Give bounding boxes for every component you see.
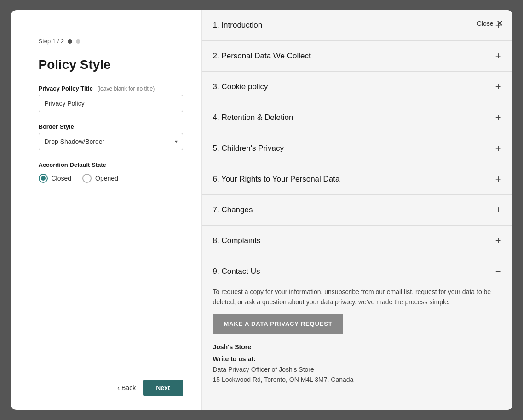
accordion-plus-7: +	[495, 205, 501, 215]
contact-line-2: 15 Lockwood Rd, Toronto, ON M4L 3M7, Can…	[213, 376, 354, 383]
accordion-header-2[interactable]: 2. Personal Data We Collect +	[202, 41, 512, 71]
accordion-title-9: 9. Contact Us	[213, 267, 260, 276]
accordion-item-5: 5. Children's Privacy +	[202, 133, 512, 164]
accordion-content-9: To request a copy for your information, …	[202, 287, 512, 396]
accordion-title-4: 4. Retention & Deletion	[213, 113, 293, 122]
back-chevron-icon: ‹	[117, 384, 120, 392]
accordion-plus-8: +	[495, 236, 501, 246]
radio-opened-label: Opened	[95, 175, 118, 182]
contact-store-name: Josh's Store	[213, 342, 501, 352]
accordion-item-9: 9. Contact Us − To request a copy for yo…	[202, 256, 512, 396]
radio-closed-circle	[39, 174, 48, 183]
accordion-item-8: 8. Complaints +	[202, 226, 512, 256]
accordion-minus-9: −	[495, 267, 501, 277]
accordion-title-2: 2. Personal Data We Collect	[213, 51, 311, 61]
radio-closed-inner	[41, 176, 46, 181]
radio-closed-label: Closed	[52, 175, 72, 182]
next-button[interactable]: Next	[143, 380, 183, 396]
accordion-header-6[interactable]: 6. Your Rights to Your Personal Data +	[202, 164, 512, 194]
accordion-plus-6: +	[495, 174, 501, 184]
accordion-title-3: 3. Cookie policy	[213, 82, 268, 91]
step-dot-2	[76, 39, 80, 44]
panel-title: Policy Style	[39, 57, 183, 72]
accordion-header-3[interactable]: 3. Cookie policy +	[202, 72, 512, 102]
accordion-header-5[interactable]: 5. Children's Privacy +	[202, 133, 512, 164]
accordion-title-6: 6. Your Rights to Your Personal Data	[213, 175, 340, 184]
contact-line-1: Data Privacy Officer of Josh's Store	[213, 366, 314, 373]
accordion-header-8[interactable]: 8. Complaints +	[202, 226, 512, 256]
modal: Close ✕ Step 1 / 2 Policy Style Privacy …	[11, 10, 512, 410]
accordion-item-2: 2. Personal Data We Collect +	[202, 41, 512, 72]
contact-description: To request a copy for your information, …	[213, 287, 501, 307]
modal-body: Step 1 / 2 Policy Style Privacy Policy T…	[11, 10, 512, 410]
accordion-title-8: 8. Complaints	[213, 236, 261, 245]
accordion-title-1: 1. Introduction	[213, 21, 263, 30]
accordion-plus-3: +	[495, 82, 501, 92]
privacy-title-label: Privacy Policy Title (leave blank for no…	[39, 85, 183, 92]
accordion-item-6: 6. Your Rights to Your Personal Data +	[202, 164, 512, 195]
accordion-plus-4: +	[495, 113, 501, 123]
privacy-title-sub: (leave blank for no title)	[97, 85, 155, 92]
accordion-item-3: 3. Cookie policy +	[202, 72, 512, 102]
close-icon: ✕	[496, 18, 503, 28]
back-label: Back	[121, 384, 136, 392]
accordion-title-7: 7. Changes	[213, 205, 253, 215]
contact-write-label: Write to us at:	[213, 354, 501, 364]
contact-details: Data Privacy Officer of Josh's Store 15 …	[213, 364, 501, 385]
right-panel: 1. Introduction + 2. Personal Data We Co…	[202, 10, 512, 410]
border-style-label: Border Style	[39, 123, 183, 130]
accordion-title-5: 5. Children's Privacy	[213, 144, 284, 153]
border-style-select[interactable]: Drop Shadow/Border None Border Only	[39, 133, 183, 150]
border-style-wrapper: Drop Shadow/Border None Border Only ▾	[39, 133, 183, 150]
privacy-request-button[interactable]: MAKE A DATA PRIVACY REQUEST	[213, 314, 344, 334]
accordion-default-label: Accordion Default State	[39, 161, 183, 168]
step-label: Step 1 / 2	[39, 38, 64, 45]
close-label: Close	[477, 20, 494, 27]
accordion-plus-2: +	[495, 51, 501, 61]
panel-footer: ‹ Back Next	[39, 370, 183, 396]
step-indicator: Step 1 / 2	[39, 38, 183, 45]
accordion-header-1[interactable]: 1. Introduction +	[202, 10, 512, 40]
radio-opened[interactable]: Opened	[82, 174, 118, 183]
close-button[interactable]: Close ✕	[477, 18, 503, 28]
privacy-title-input[interactable]	[39, 95, 183, 112]
accordion-item-4: 4. Retention & Deletion +	[202, 102, 512, 133]
accordion-plus-5: +	[495, 143, 501, 153]
radio-group: Closed Opened	[39, 174, 183, 183]
accordion-item-1: 1. Introduction +	[202, 10, 512, 41]
radio-closed[interactable]: Closed	[39, 174, 72, 183]
accordion-item-7: 7. Changes +	[202, 195, 512, 226]
accordion-header-9[interactable]: 9. Contact Us −	[202, 256, 512, 287]
left-panel: Step 1 / 2 Policy Style Privacy Policy T…	[11, 10, 202, 410]
accordion-header-7[interactable]: 7. Changes +	[202, 195, 512, 225]
step-dot-1	[68, 39, 72, 44]
accordion-header-4[interactable]: 4. Retention & Deletion +	[202, 102, 512, 133]
back-button[interactable]: ‹ Back	[117, 384, 136, 392]
radio-opened-circle	[82, 174, 92, 183]
